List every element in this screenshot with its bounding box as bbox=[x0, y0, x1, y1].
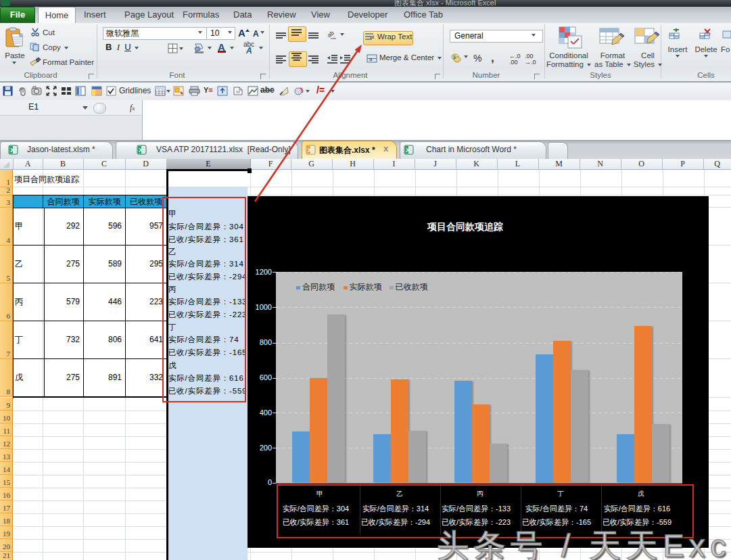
svg-text:a: a bbox=[369, 56, 373, 62]
svg-text:ab: ab bbox=[370, 34, 374, 40]
svg-text:$: $ bbox=[453, 55, 456, 60]
svg-text:ab: ab bbox=[328, 30, 335, 39]
